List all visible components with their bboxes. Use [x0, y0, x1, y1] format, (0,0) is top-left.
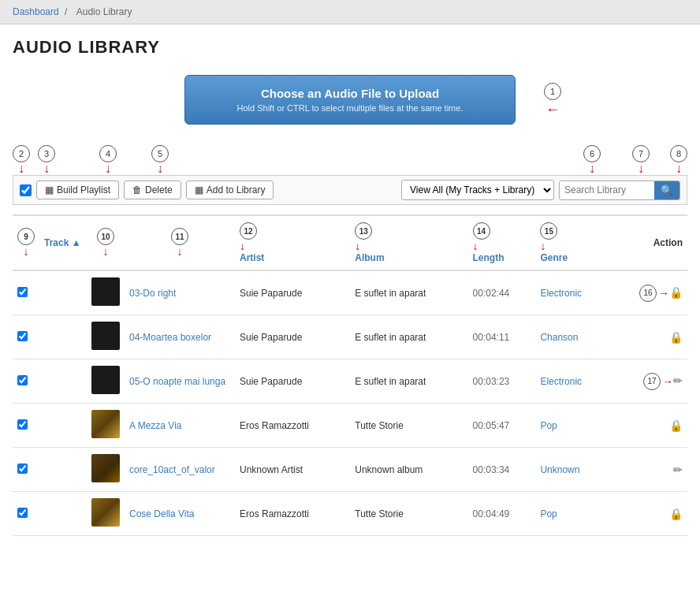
row-checkbox-cell [13, 404, 39, 448]
row-title-cell: A Mezza Via [125, 404, 235, 448]
track-title-link[interactable]: 04-Moartea boxelor [129, 332, 211, 343]
upload-section: Choose an Audio File to Upload Hold Shif… [0, 67, 700, 140]
row-action-cell: 🔒 [610, 492, 687, 536]
row-track-num [39, 270, 87, 315]
annotation-12: 12 [240, 222, 257, 240]
genre-link[interactable]: Pop [540, 508, 557, 519]
header-thumb: 10 ↓ [87, 215, 125, 270]
annotation-1-arrow: ← [545, 102, 560, 118]
row-checkbox[interactable] [17, 375, 28, 385]
row-genre: Unknown [535, 448, 610, 492]
row-thumb-cell [87, 404, 125, 448]
annotation-7: 7 [632, 145, 650, 162]
genre-link[interactable]: Electronic [540, 288, 582, 299]
row-checkbox[interactable] [17, 419, 28, 430]
row-artist: Eros Ramazzotti [235, 492, 350, 536]
add-library-icon: ▦ [195, 184, 203, 195]
page-title: AUDIO LIBRARY [0, 24, 700, 67]
annotation-9: 9 [17, 228, 35, 245]
add-library-label: Add to Library [207, 184, 266, 195]
row-genre: Chanson [535, 315, 610, 359]
row-artist: Unknown Artist [235, 448, 350, 492]
row-action-cell: 🔒 [610, 404, 687, 448]
genre-link[interactable]: Pop [540, 420, 557, 431]
header-genre[interactable]: 15 ↓ Genre [535, 215, 610, 270]
upload-button[interactable]: Choose an Audio File to Upload Hold Shif… [184, 75, 516, 125]
row-length: 00:04:11 [468, 315, 536, 359]
annotation-13: 13 [355, 222, 372, 240]
annotation-17: 17 [643, 373, 661, 390]
edit-icon[interactable]: ✏ [673, 463, 683, 476]
header-artist-label: Artist [240, 252, 264, 263]
row-checkbox[interactable] [17, 287, 28, 297]
row-title-cell: 03-Do right [125, 270, 235, 315]
annotation-11: 11 [171, 228, 188, 245]
row-track-num [39, 315, 87, 359]
ann-4-arrow: ↓ [105, 162, 111, 175]
table-row: 03-Do rightSuie PaparudeE suflet in apar… [13, 270, 687, 315]
delete-icon: 🗑 [132, 184, 142, 195]
ann-13-arrow: ↓ [355, 240, 360, 252]
header-artist[interactable]: 12 ↓ Artist [235, 215, 350, 270]
track-title-link[interactable]: 03-Do right [129, 288, 176, 299]
track-title-link[interactable]: core_10act_of_valor [129, 464, 215, 475]
table-row: 04-Moartea boxelorSuie PaparudeE suflet … [13, 315, 687, 359]
ann-8-arrow: ↓ [676, 162, 682, 175]
annotation-6: 6 [583, 145, 601, 162]
row-title-cell: Cose Della Vita [125, 492, 235, 536]
row-genre: Pop [535, 404, 610, 448]
ann-12-arrow: ↓ [240, 240, 245, 252]
header-album[interactable]: 13 ↓ Album [350, 215, 467, 270]
row-length: 00:03:34 [468, 448, 536, 492]
header-track[interactable]: Track ▲ [39, 215, 87, 270]
row-checkbox[interactable] [17, 508, 28, 518]
search-input[interactable] [560, 181, 654, 199]
search-button[interactable]: 🔍 [654, 181, 680, 199]
upload-subtitle: Hold Shift or CTRL to select multiple fi… [233, 103, 467, 113]
genre-link[interactable]: Chanson [540, 332, 578, 343]
track-title-link[interactable]: Cose Della Vita [129, 508, 195, 519]
view-select-wrapper[interactable]: View All (My Tracks + Library) [401, 180, 554, 200]
row-title-cell: 04-Moartea boxelor [125, 315, 235, 359]
build-playlist-button[interactable]: ▦ Build Playlist [36, 181, 119, 199]
row-track-num [39, 359, 87, 404]
edit-icon[interactable]: ✏ [673, 374, 683, 386]
delete-button[interactable]: 🗑 Delete [124, 181, 181, 199]
row-checkbox-cell [13, 492, 39, 536]
ann-16-arrow: → [658, 287, 669, 300]
genre-link[interactable]: Unknown [540, 464, 579, 475]
row-action-cell: 17→✏ [610, 359, 687, 404]
track-thumbnail [91, 410, 120, 438]
lock-icon: 🔒 [669, 331, 683, 344]
upload-title: Choose an Audio File to Upload [233, 87, 467, 100]
ann-14-arrow: ↓ [473, 240, 478, 252]
track-title-link[interactable]: 05-O noapte mai lunga [129, 376, 225, 387]
row-album: Tutte Storie [350, 492, 467, 536]
table-row: 05-O noapte mai lungaSuie PaparudeE sufl… [13, 359, 687, 404]
breadcrumb-home-link[interactable]: Dashboard [13, 6, 59, 17]
annotation-2: 2 [13, 145, 30, 162]
table-row: A Mezza ViaEros RamazzottiTutte Storie00… [13, 404, 687, 448]
row-checkbox[interactable] [17, 331, 28, 341]
toolbar-wrapper: ▦ Build Playlist 🗑 Delete ▦ Add to Libra… [0, 175, 700, 214]
annotation-1: 1 [544, 83, 561, 100]
ann-5-arrow: ↓ [157, 162, 163, 175]
row-thumb-cell [87, 359, 125, 404]
view-select[interactable]: View All (My Tracks + Library) [402, 181, 553, 199]
select-all-checkbox[interactable] [20, 184, 32, 196]
track-title-link[interactable]: A Mezza Via [129, 420, 181, 431]
add-to-library-button[interactable]: ▦ Add to Library [186, 181, 274, 199]
toolbar: ▦ Build Playlist 🗑 Delete ▦ Add to Libra… [13, 175, 687, 205]
lock-icon: 🔒 [669, 285, 683, 298]
header-length[interactable]: 14 ↓ Length [468, 215, 536, 270]
search-icon: 🔍 [661, 184, 673, 196]
row-checkbox[interactable] [17, 463, 28, 474]
header-track-label: Track ▲ [44, 237, 81, 248]
genre-link[interactable]: Electronic [540, 376, 582, 387]
row-genre: Pop [535, 492, 610, 536]
ann-3-arrow: ↓ [43, 162, 50, 175]
delete-label: Delete [145, 184, 173, 195]
row-genre: Electronic [535, 359, 610, 404]
build-playlist-icon: ▦ [45, 184, 54, 195]
row-artist: Suie Paparude [235, 359, 350, 404]
